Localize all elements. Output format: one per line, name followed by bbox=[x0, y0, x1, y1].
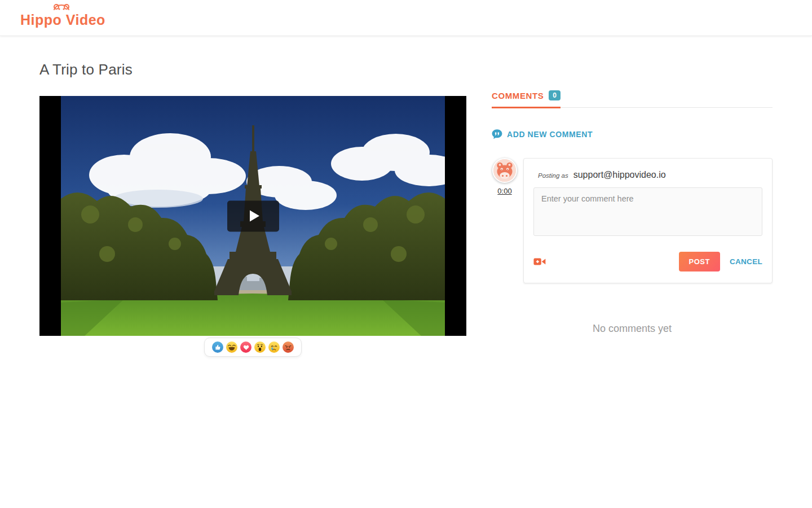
hippo-avatar-icon bbox=[493, 159, 516, 182]
video-column: A Trip to Paris bbox=[39, 36, 466, 357]
hippo-head-icon bbox=[52, 3, 71, 14]
video-player[interactable] bbox=[39, 96, 466, 336]
haha-laughing-icon bbox=[226, 341, 237, 353]
reaction-haha-button[interactable] bbox=[226, 341, 237, 353]
comments-panel: COMMENTS 0 ADD NEW COMMENT bbox=[492, 90, 773, 335]
angry-face-icon bbox=[283, 341, 294, 353]
play-icon bbox=[250, 211, 259, 222]
play-button[interactable] bbox=[227, 200, 279, 231]
comments-tabs-row: COMMENTS 0 bbox=[492, 90, 773, 108]
hippo-video-logo[interactable]: Hippo Video bbox=[20, 7, 105, 28]
reaction-sad-button[interactable] bbox=[268, 341, 280, 353]
sad-crying-icon bbox=[268, 341, 280, 353]
cancel-button[interactable]: CANCEL bbox=[730, 257, 762, 266]
reaction-love-button[interactable] bbox=[240, 341, 251, 353]
record-video-button[interactable] bbox=[533, 256, 546, 267]
reaction-angry-button[interactable] bbox=[283, 341, 294, 353]
app-header: Hippo Video bbox=[0, 0, 812, 36]
love-heart-icon bbox=[240, 341, 251, 353]
like-thumbs-up-icon bbox=[212, 341, 223, 353]
reactions-bar bbox=[204, 338, 302, 357]
comments-tab-label: COMMENTS bbox=[492, 91, 544, 100]
posting-as-row: Posting as support@hippovideo.io bbox=[538, 170, 762, 180]
comment-form: 0:00 Posting as support@hippovideo.io bbox=[492, 158, 773, 283]
speech-bubble-icon bbox=[492, 129, 502, 139]
add-new-comment-button[interactable]: ADD NEW COMMENT bbox=[492, 129, 773, 139]
comment-input[interactable] bbox=[533, 187, 762, 236]
comment-card: Posting as support@hippovideo.io P bbox=[523, 158, 773, 283]
logo-text: Hippo Video bbox=[20, 12, 105, 28]
no-comments-message: No comments yet bbox=[492, 323, 773, 335]
add-new-comment-label: ADD NEW COMMENT bbox=[507, 130, 593, 139]
tab-comments[interactable]: COMMENTS 0 bbox=[492, 90, 561, 108]
posting-as-label: Posting as bbox=[538, 172, 568, 179]
main-content: A Trip to Paris bbox=[0, 36, 812, 357]
avatar bbox=[492, 158, 517, 183]
reaction-like-button[interactable] bbox=[212, 341, 223, 353]
wow-surprised-icon bbox=[254, 341, 266, 353]
page-title: A Trip to Paris bbox=[39, 61, 466, 78]
post-button[interactable]: POST bbox=[679, 252, 720, 271]
reaction-wow-button[interactable] bbox=[254, 341, 266, 353]
video-camera-plus-icon bbox=[533, 256, 546, 267]
comments-count-badge: 0 bbox=[549, 90, 561, 100]
posting-as-email: support@hippovideo.io bbox=[573, 170, 666, 180]
comment-avatar-column: 0:00 bbox=[492, 158, 518, 195]
comment-timestamp-link[interactable]: 0:00 bbox=[497, 187, 511, 195]
comment-card-footer: POST CANCEL bbox=[533, 252, 762, 271]
